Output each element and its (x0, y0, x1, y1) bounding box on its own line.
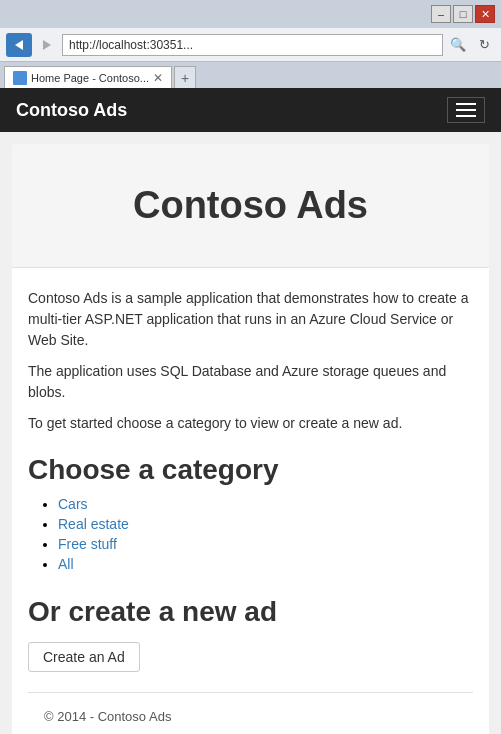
tab-title: Home Page - Contoso... (31, 72, 149, 84)
toggle-bar-2 (456, 109, 476, 111)
category-heading: Choose a category (28, 454, 473, 486)
tab-close-button[interactable]: ✕ (153, 71, 163, 85)
main-content: Contoso Ads is a sample application that… (12, 268, 489, 734)
footer: © 2014 - Contoso Ads (28, 692, 473, 734)
list-item: Cars (58, 496, 473, 512)
refresh-button[interactable]: ↻ (473, 34, 495, 56)
navbar: Contoso Ads (0, 88, 501, 132)
list-item: All (58, 556, 473, 572)
window-chrome: – □ ✕ 🔍 ↻ Home Page - Contoso... ✕ + (0, 0, 501, 88)
navbar-brand: Contoso Ads (16, 100, 127, 121)
close-button[interactable]: ✕ (475, 5, 495, 23)
list-item: Real estate (58, 516, 473, 532)
toggle-bar-3 (456, 115, 476, 117)
minimize-button[interactable]: – (431, 5, 451, 23)
address-input[interactable] (62, 34, 443, 56)
forward-icon (42, 39, 52, 51)
back-button[interactable] (6, 33, 32, 57)
tab-bar: Home Page - Contoso... ✕ + (0, 62, 501, 88)
page-area: Contoso Ads Contoso Ads Contoso Ads is a… (0, 88, 501, 734)
new-ad-heading: Or create a new ad (28, 596, 473, 628)
forward-button[interactable] (36, 33, 58, 57)
title-bar-buttons: – □ ✕ (431, 5, 495, 23)
svg-marker-1 (43, 40, 51, 50)
description-paragraph-3: To get started choose a category to view… (28, 413, 473, 434)
description-paragraph-1: Contoso Ads is a sample application that… (28, 288, 473, 351)
category-all-link[interactable]: All (58, 556, 74, 572)
tab-favicon (13, 71, 27, 85)
category-free-stuff-link[interactable]: Free stuff (58, 536, 117, 552)
create-ad-button[interactable]: Create an Ad (28, 642, 140, 672)
footer-text: © 2014 - Contoso Ads (44, 709, 171, 724)
back-icon (13, 39, 25, 51)
svg-marker-0 (15, 40, 23, 50)
browser-tab[interactable]: Home Page - Contoso... ✕ (4, 66, 172, 88)
search-button[interactable]: 🔍 (447, 34, 469, 56)
category-list: Cars Real estate Free stuff All (28, 496, 473, 572)
category-cars-link[interactable]: Cars (58, 496, 88, 512)
new-tab-button[interactable]: + (174, 66, 196, 88)
title-bar: – □ ✕ (0, 0, 501, 28)
maximize-button[interactable]: □ (453, 5, 473, 23)
toggle-bar-1 (456, 103, 476, 105)
hero-title: Contoso Ads (32, 184, 469, 227)
address-bar: 🔍 ↻ (0, 28, 501, 62)
hero-section: Contoso Ads (12, 144, 489, 268)
description-paragraph-2: The application uses SQL Database and Az… (28, 361, 473, 403)
list-item: Free stuff (58, 536, 473, 552)
navbar-toggle-button[interactable] (447, 97, 485, 123)
category-real-estate-link[interactable]: Real estate (58, 516, 129, 532)
